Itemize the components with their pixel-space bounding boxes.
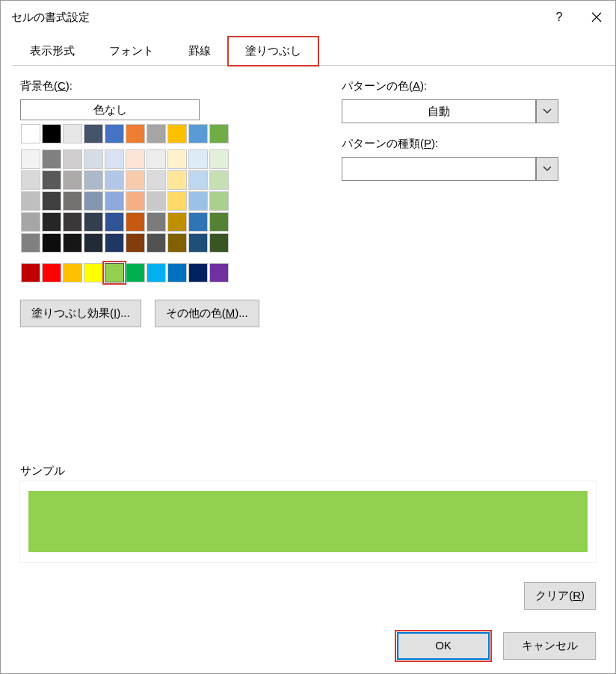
color-swatch[interactable] <box>84 191 103 211</box>
color-swatch[interactable] <box>167 191 187 211</box>
sample-group: サンプル <box>20 464 596 562</box>
pattern-style-dropdown[interactable] <box>342 157 558 181</box>
fill-effects-button[interactable]: 塗りつぶし効果(I)... <box>20 300 141 327</box>
pattern-color-label: パターンの色(A): <box>342 79 596 93</box>
color-swatch[interactable] <box>63 263 82 282</box>
pattern-color-dropdown[interactable]: 自動 <box>342 99 558 123</box>
pattern-style-value <box>342 157 536 181</box>
color-swatch[interactable] <box>105 263 124 282</box>
color-swatch[interactable] <box>209 124 229 143</box>
color-swatch[interactable] <box>21 263 40 282</box>
color-swatch[interactable] <box>84 263 103 282</box>
color-swatch[interactable] <box>105 212 124 232</box>
color-swatch[interactable] <box>21 149 40 169</box>
no-color-button[interactable]: 色なし <box>20 99 200 120</box>
color-swatch[interactable] <box>167 263 187 282</box>
color-swatch[interactable] <box>209 263 229 282</box>
color-swatch[interactable] <box>147 124 166 143</box>
color-swatch[interactable] <box>42 263 61 282</box>
color-swatch[interactable] <box>63 149 82 169</box>
color-swatch[interactable] <box>42 191 61 211</box>
color-swatch[interactable] <box>147 149 166 169</box>
background-color-label: 背景色(C): <box>20 79 289 93</box>
tab-font[interactable]: フォント <box>92 37 171 65</box>
color-swatch[interactable] <box>105 233 124 253</box>
color-swatch[interactable] <box>126 124 145 143</box>
tab-bar: 表示形式 フォント 罫線 塗りつぶし <box>13 37 615 66</box>
help-button[interactable]: ? <box>540 1 578 34</box>
color-swatch[interactable] <box>126 149 145 169</box>
pattern-color-arrow <box>536 99 558 123</box>
color-swatch[interactable] <box>147 233 166 253</box>
color-swatch[interactable] <box>63 212 82 232</box>
color-swatch[interactable] <box>63 191 82 211</box>
color-swatch[interactable] <box>147 212 166 232</box>
color-swatch[interactable] <box>126 233 145 253</box>
color-swatch[interactable] <box>167 170 187 190</box>
color-swatch[interactable] <box>21 233 40 253</box>
color-swatch[interactable] <box>126 170 145 190</box>
clear-button[interactable]: クリア(R) <box>524 582 596 610</box>
color-swatch[interactable] <box>21 170 40 190</box>
color-swatch[interactable] <box>188 170 208 190</box>
color-swatch[interactable] <box>63 124 82 143</box>
color-swatch[interactable] <box>167 233 187 253</box>
palette-theme-shades <box>20 149 289 253</box>
color-swatch[interactable] <box>147 170 166 190</box>
color-swatch[interactable] <box>188 149 208 169</box>
color-swatch[interactable] <box>21 212 40 232</box>
color-swatch[interactable] <box>209 170 229 190</box>
sample-label: サンプル <box>20 464 596 478</box>
color-swatch[interactable] <box>209 233 229 253</box>
color-swatch[interactable] <box>188 124 208 143</box>
ok-button[interactable]: OK <box>397 632 490 660</box>
color-swatch[interactable] <box>188 263 208 282</box>
more-colors-button[interactable]: その他の色(M)... <box>155 300 259 327</box>
palette-standard <box>20 262 289 283</box>
color-swatch[interactable] <box>42 170 61 190</box>
chevron-down-icon <box>543 108 552 114</box>
color-swatch[interactable] <box>105 149 124 169</box>
color-swatch[interactable] <box>105 124 124 143</box>
titlebar: セルの書式設定 ? <box>1 1 615 34</box>
color-swatch[interactable] <box>188 212 208 232</box>
color-swatch[interactable] <box>126 263 145 282</box>
color-swatch[interactable] <box>84 170 103 190</box>
color-swatch[interactable] <box>147 263 166 282</box>
tab-fill[interactable]: 塗りつぶし <box>228 37 318 66</box>
color-swatch[interactable] <box>84 149 103 169</box>
color-swatch[interactable] <box>188 191 208 211</box>
color-swatch[interactable] <box>105 170 124 190</box>
pattern-style-label: パターンの種類(P): <box>342 137 596 151</box>
tab-number-format[interactable]: 表示形式 <box>13 37 92 65</box>
color-swatch[interactable] <box>209 191 229 211</box>
color-swatch[interactable] <box>147 191 166 211</box>
color-swatch[interactable] <box>63 170 82 190</box>
color-swatch[interactable] <box>21 191 40 211</box>
pattern-style-arrow <box>536 157 558 181</box>
color-swatch[interactable] <box>126 191 145 211</box>
color-swatch[interactable] <box>167 212 187 232</box>
chevron-down-icon <box>543 166 552 172</box>
tab-border[interactable]: 罫線 <box>171 37 228 65</box>
color-swatch[interactable] <box>42 149 61 169</box>
color-swatch[interactable] <box>42 233 61 253</box>
close-button[interactable] <box>578 1 615 34</box>
color-swatch[interactable] <box>188 233 208 253</box>
color-swatch[interactable] <box>105 191 124 211</box>
color-swatch[interactable] <box>84 124 103 143</box>
color-swatch[interactable] <box>209 149 229 169</box>
color-swatch[interactable] <box>42 212 61 232</box>
color-swatch[interactable] <box>209 212 229 232</box>
color-swatch[interactable] <box>167 149 187 169</box>
color-swatch[interactable] <box>63 233 82 253</box>
cancel-button[interactable]: キャンセル <box>503 632 596 660</box>
color-swatch[interactable] <box>84 212 103 232</box>
color-swatch[interactable] <box>126 212 145 232</box>
color-swatch[interactable] <box>42 124 61 143</box>
color-swatch[interactable] <box>167 124 187 143</box>
color-swatch[interactable] <box>21 124 40 143</box>
sample-preview <box>28 491 588 552</box>
pattern-color-value: 自動 <box>342 99 536 123</box>
color-swatch[interactable] <box>84 233 103 253</box>
